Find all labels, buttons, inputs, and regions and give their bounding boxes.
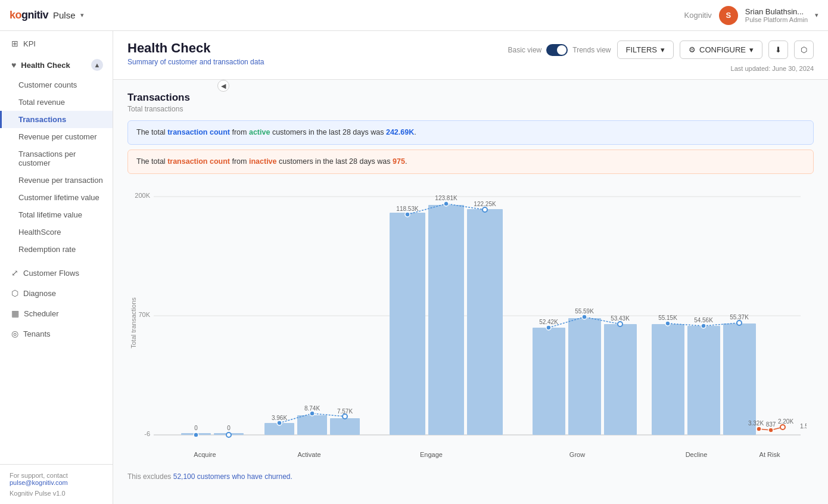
support-email[interactable]: pulse@kognitiv.com xyxy=(10,479,68,486)
user-chevron-icon[interactable]: ▾ xyxy=(815,11,818,19)
sidebar-item-customer-flows[interactable]: ⤢ Customer Flows xyxy=(0,263,113,283)
sidebar-sub-healthscore[interactable]: HealthScore xyxy=(0,223,113,241)
svg-text:Activate: Activate xyxy=(297,451,320,458)
svg-text:-6: -6 xyxy=(144,430,150,437)
svg-point-18 xyxy=(277,421,282,425)
svg-point-56 xyxy=(768,428,773,433)
svg-rect-37 xyxy=(604,324,637,435)
svg-text:55.37K: 55.37K xyxy=(730,314,749,321)
header-controls-row: Basic view Trends view FILTERS ▾ ⚙ CONFI… xyxy=(508,41,814,59)
svg-point-40 xyxy=(618,322,622,326)
sidebar-sub-revenue-per-customer[interactable]: Revenue per customer xyxy=(0,128,113,145)
svg-point-11 xyxy=(226,433,231,437)
svg-point-30 xyxy=(483,207,487,212)
svg-text:0: 0 xyxy=(194,425,198,431)
svg-text:3.32K: 3.32K xyxy=(748,420,764,427)
sidebar: ⊞ KPI ♥ Health Check ▲ Customer counts T… xyxy=(0,31,113,504)
sidebar-bottom: For support, contact pulse@kognitiv.com … xyxy=(0,464,113,504)
inactive-count-value: 975 xyxy=(393,157,405,166)
share-button[interactable]: ⬡ xyxy=(794,41,814,59)
svg-rect-17 xyxy=(330,418,360,435)
sidebar-item-kpi[interactable]: ⊞ KPI xyxy=(0,33,113,54)
app-chevron-icon[interactable]: ▾ xyxy=(80,11,84,19)
user-role: Pulse Platform Admin xyxy=(745,16,808,23)
sidebar-sub-customer-lifetime-value[interactable]: Customer lifetime value xyxy=(0,189,113,206)
svg-point-55 xyxy=(757,427,761,431)
svg-text:8.74K: 8.74K xyxy=(304,405,320,412)
svg-rect-26 xyxy=(428,205,464,435)
support-text: For support, contact xyxy=(10,472,103,479)
flows-icon: ⤢ xyxy=(11,268,18,278)
svg-rect-16 xyxy=(297,415,327,435)
gear-icon: ⚙ xyxy=(689,45,696,54)
basic-view-label: Basic view xyxy=(508,46,542,54)
health-check-collapse-btn[interactable]: ▲ xyxy=(91,59,103,71)
sidebar-tenants-label: Tenants xyxy=(23,329,51,338)
page-title: Health Check xyxy=(127,41,264,56)
sidebar-item-diagnose[interactable]: ⬡ Diagnose xyxy=(0,283,113,303)
filters-chevron-icon: ▾ xyxy=(661,45,665,54)
inactive-customers-link[interactable]: inactive xyxy=(249,157,277,166)
active-transaction-link[interactable]: transaction count xyxy=(167,128,230,136)
svg-rect-35 xyxy=(533,328,565,435)
share-icon: ⬡ xyxy=(801,45,807,54)
svg-point-50 xyxy=(737,321,742,325)
topnav-right: Kognitiv S Srian Bulathsin... Pulse Plat… xyxy=(684,6,818,25)
main-content: Health Check Summary of customer and tra… xyxy=(113,31,828,504)
configure-button[interactable]: ⚙ CONFIGURE ▾ xyxy=(680,41,762,59)
sidebar-sub-redemption-rate[interactable]: Redemption rate xyxy=(0,241,113,258)
active-customers-link[interactable]: active xyxy=(249,128,270,136)
svg-rect-47 xyxy=(723,323,756,435)
svg-point-28 xyxy=(405,212,410,217)
sidebar-section-kpi: ⊞ KPI ♥ Health Check ▲ Customer counts T… xyxy=(0,31,113,260)
health-icon: ♥ xyxy=(11,60,16,70)
active-count-value: 242.69K xyxy=(386,128,414,136)
logo: kognitiv xyxy=(10,9,48,21)
avatar[interactable]: S xyxy=(719,6,738,25)
sidebar-sub-revenue-per-transaction[interactable]: Revenue per transaction xyxy=(0,172,113,189)
tenants-icon: ◎ xyxy=(11,329,18,338)
svg-text:54.56K: 54.56K xyxy=(694,317,713,323)
sidebar-kpi-label: KPI xyxy=(23,39,36,48)
churn-count: 52,100 customers who have churned. xyxy=(173,472,292,481)
svg-text:118.53K: 118.53K xyxy=(396,206,419,212)
info-box-active: The total transaction count from active … xyxy=(127,120,814,145)
last-updated: Last updated: June 30, 2024 xyxy=(731,65,814,72)
content-header: Health Check Summary of customer and tra… xyxy=(113,31,828,80)
svg-text:7.57K: 7.57K xyxy=(337,408,353,415)
sidebar-item-health-check[interactable]: ♥ Health Check ▲ xyxy=(0,54,113,76)
inactive-transaction-link[interactable]: transaction count xyxy=(167,157,230,166)
svg-point-38 xyxy=(546,325,551,330)
sidebar-scheduler-label: Scheduler xyxy=(24,309,59,318)
svg-text:837: 837 xyxy=(766,421,776,428)
sidebar-toggle-btn[interactable]: ◀ xyxy=(217,80,229,92)
platform-label: Kognitiv xyxy=(684,11,712,20)
svg-text:Acquire: Acquire xyxy=(194,451,216,458)
sidebar-sub-customer-counts[interactable]: Customer counts xyxy=(0,76,113,94)
user-info: Srian Bulathsin... Pulse Platform Admin xyxy=(745,7,808,23)
sidebar-item-tenants[interactable]: ◎ Tenants xyxy=(0,323,113,344)
view-toggle-switch[interactable] xyxy=(546,44,568,56)
svg-text:200K: 200K xyxy=(135,192,150,199)
configure-chevron-icon: ▾ xyxy=(749,45,754,54)
svg-point-19 xyxy=(310,411,315,416)
section-title: Transactions xyxy=(127,92,814,104)
topnav-left: kognitiv Pulse ▾ xyxy=(10,9,84,21)
scheduler-icon: ▦ xyxy=(11,309,19,318)
filters-button[interactable]: FILTERS ▾ xyxy=(617,41,674,59)
download-button[interactable]: ⬇ xyxy=(768,41,788,59)
sidebar-sub-total-lifetime-value[interactable]: Total lifetime value xyxy=(0,206,113,223)
svg-point-57 xyxy=(780,425,785,430)
sidebar-sub-items: Customer counts Total revenue Transactio… xyxy=(0,76,113,258)
download-icon: ⬇ xyxy=(775,45,782,54)
main-layout: ⊞ KPI ♥ Health Check ▲ Customer counts T… xyxy=(0,31,828,504)
sidebar-flows-label: Customer Flows xyxy=(23,269,79,278)
user-name: Srian Bulathsin... xyxy=(745,7,808,16)
sidebar-sub-transactions-per-customer[interactable]: Transactions per customer xyxy=(0,145,113,172)
svg-text:Engage: Engage xyxy=(420,451,443,458)
sidebar-health-check-label: Health Check xyxy=(21,61,70,70)
sidebar-sub-transactions[interactable]: Transactions xyxy=(0,111,113,128)
svg-text:Decline: Decline xyxy=(686,451,708,458)
sidebar-item-scheduler[interactable]: ▦ Scheduler xyxy=(0,303,113,323)
sidebar-sub-total-revenue[interactable]: Total revenue xyxy=(0,94,113,111)
